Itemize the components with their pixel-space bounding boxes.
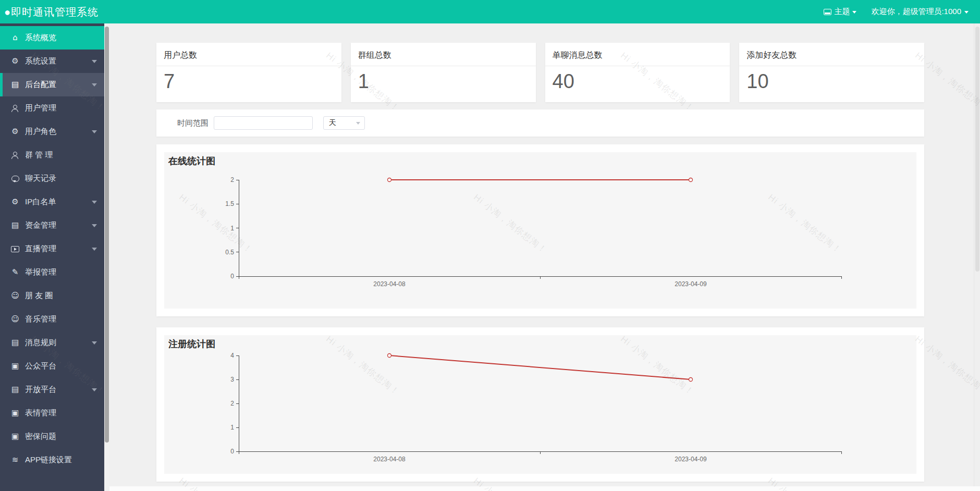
sidebar-item-label: 聊天记录: [25, 174, 56, 183]
clipboard-icon: ▤: [9, 339, 21, 347]
svg-text:2023-04-08: 2023-04-08: [373, 280, 406, 288]
theme-menu[interactable]: 主题: [824, 7, 856, 17]
clipboard-icon: ▤: [9, 222, 21, 229]
sidebar-item-5[interactable]: 群 管 理: [0, 143, 104, 167]
sidebar-item-label: 朋 友 圈: [25, 291, 53, 301]
stat-label: 群组总数: [351, 43, 536, 66]
chevron-down-icon: [92, 248, 97, 253]
sidebar-item-label: 系统设置: [25, 56, 56, 66]
stat-label: 添加好友总数: [739, 43, 924, 66]
user-icon: [9, 105, 21, 112]
sidebar-item-9[interactable]: 直播管理: [0, 237, 104, 261]
sidebar-item-label: 举报管理: [25, 267, 56, 277]
chat-icon: [9, 176, 21, 182]
sidebar-item-17[interactable]: ▣密保问题: [0, 425, 104, 448]
stat-card-single-messages: 单聊消息总数 40: [545, 43, 730, 102]
chevron-down-icon: [92, 341, 97, 347]
sidebar-item-11[interactable]: ☺朋 友 圈: [0, 284, 104, 308]
clipboard-icon: ▤: [9, 386, 21, 394]
sidebar-item-label: 直播管理: [25, 244, 56, 254]
register-stats-card: 注册统计图 012342023-04-082023-04-09: [156, 327, 924, 482]
online-stats-card: 在线统计图 00.511.522023-04-082023-04-09: [156, 144, 924, 316]
svg-text:2: 2: [230, 400, 234, 407]
main-scrollbar-thumb[interactable]: [975, 27, 979, 272]
sidebar-item-label: 群 管 理: [25, 150, 53, 160]
sidebar-item-14[interactable]: ▣公众平台: [0, 354, 104, 378]
sidebar-item-label: 系统概览: [25, 33, 56, 43]
sidebar-item-2[interactable]: ▤后台配置: [0, 73, 104, 96]
sidebar-item-18[interactable]: ≋APP链接设置: [0, 448, 104, 472]
chart-title: 注册统计图: [168, 338, 215, 350]
sidebar-item-label: 音乐管理: [25, 314, 56, 324]
sidebar-item-1[interactable]: ⚙系统设置: [0, 50, 104, 73]
svg-text:4: 4: [230, 352, 234, 359]
sidebar-item-12[interactable]: ☺音乐管理: [0, 308, 104, 331]
sidebar-item-13[interactable]: ▤消息规则: [0, 331, 104, 354]
layers-icon: ≋: [9, 456, 21, 464]
chevron-down-icon: [92, 60, 97, 66]
stat-value: 40: [545, 66, 730, 93]
chevron-down-icon: [92, 201, 97, 206]
gear-icon: ⚙: [9, 198, 21, 206]
svg-text:2023-04-08: 2023-04-08: [373, 456, 406, 463]
sidebar-item-label: IP白名单: [25, 197, 56, 207]
sidebar-item-label: 用户角色: [25, 127, 56, 137]
time-range-label: 时间范围: [156, 118, 209, 128]
sidebar-item-label: 后台配置: [25, 80, 56, 90]
sidebar-item-6[interactable]: 聊天记录: [0, 167, 104, 190]
online-stats-chart: 00.511.522023-04-082023-04-09: [164, 152, 916, 309]
sidebar-item-label: 表情管理: [25, 408, 56, 418]
sidebar-scrollbar-thumb[interactable]: [105, 27, 109, 443]
sidebar-item-label: 用户管理: [25, 103, 56, 113]
chevron-down-icon: [92, 388, 97, 394]
sidebar-item-10[interactable]: ✎举报管理: [0, 261, 104, 284]
main-content: 用户总数 7 群组总数 1 单聊消息总数 40 添加好友总数 10 时间范围 天: [109, 23, 974, 491]
svg-text:0.5: 0.5: [225, 249, 234, 256]
svg-text:0: 0: [230, 448, 234, 455]
theme-icon: [824, 9, 831, 15]
image-icon: ▣: [9, 409, 21, 417]
granularity-selected-value: 天: [329, 118, 336, 128]
sidebar-item-4[interactable]: ⚙用户角色: [0, 120, 104, 143]
sidebar-scrollbar-track[interactable]: [104, 23, 109, 491]
stat-value: 7: [156, 66, 341, 93]
register-stats-panel: 注册统计图 012342023-04-082023-04-09: [164, 335, 916, 474]
register-stats-chart: 012342023-04-082023-04-09: [164, 335, 916, 474]
stat-card-friend-adds: 添加好友总数 10: [739, 43, 924, 102]
chevron-down-icon: [356, 122, 360, 127]
sidebar-item-label: 资金管理: [25, 220, 56, 230]
sidebar-item-16[interactable]: ▣表情管理: [0, 401, 104, 425]
svg-text:2023-04-09: 2023-04-09: [675, 456, 707, 463]
svg-text:1: 1: [230, 424, 234, 431]
main-scrollbar-track[interactable]: [974, 23, 980, 491]
stat-label: 单聊消息总数: [545, 43, 730, 66]
gear-icon: ⚙: [9, 128, 21, 136]
granularity-select[interactable]: 天: [323, 116, 365, 130]
sidebar-item-7[interactable]: ⚙IP白名单: [0, 190, 104, 214]
sidebar-item-15[interactable]: ▤开放平台: [0, 378, 104, 401]
time-filter-bar: 时间范围 天: [156, 109, 924, 137]
image-icon: ▣: [9, 362, 21, 370]
sidebar-item-label: APP链接设置: [25, 455, 72, 465]
user-menu[interactable]: 欢迎你，超级管理员:1000: [871, 7, 969, 17]
image-icon: ▣: [9, 433, 21, 440]
online-stats-panel: 在线统计图 00.511.522023-04-082023-04-09: [164, 152, 916, 309]
app-title: ●即时通讯管理系统: [4, 5, 99, 19]
gear-icon: ⚙: [9, 57, 21, 65]
theme-label: 主题: [834, 7, 850, 17]
sidebar-item-0[interactable]: ⌂系统概览: [0, 26, 104, 50]
chevron-down-icon: [92, 224, 97, 230]
chevron-down-icon: [92, 83, 97, 89]
svg-text:1.5: 1.5: [225, 200, 234, 207]
time-range-input[interactable]: [214, 116, 313, 130]
sidebar-item-3[interactable]: 用户管理: [0, 96, 104, 120]
sidebar-item-label: 公众平台: [25, 361, 56, 371]
report-icon: ✎: [9, 268, 21, 276]
chevron-down-icon: [92, 130, 97, 136]
chevron-down-icon: [852, 11, 856, 16]
video-icon: [9, 246, 21, 252]
home-icon: ⌂: [9, 34, 21, 42]
stat-value: 1: [351, 66, 536, 93]
horizontal-scrollbar-track[interactable]: [109, 486, 980, 491]
sidebar-item-8[interactable]: ▤资金管理: [0, 214, 104, 237]
